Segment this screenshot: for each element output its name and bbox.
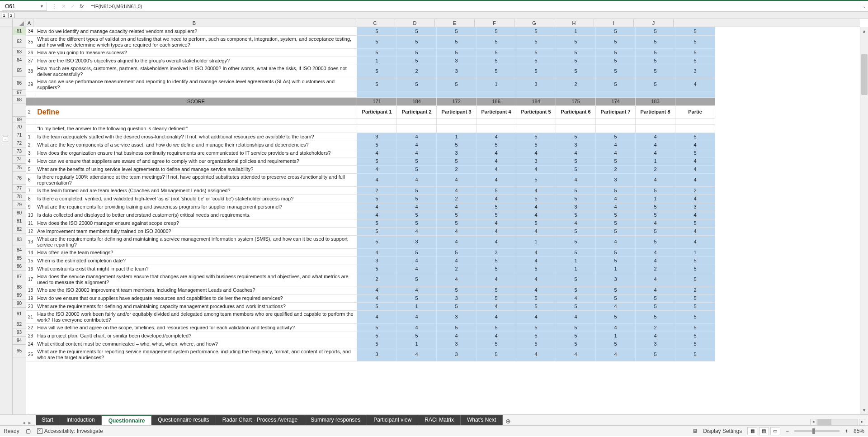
cell[interactable]: 20 [26,302,35,310]
cell[interactable]: 8 [26,195,35,203]
cell[interactable]: 5 [556,286,596,294]
cell[interactable]: 4 [675,141,715,149]
cell[interactable]: 3 [437,340,476,348]
cell[interactable]: 5 [556,133,596,141]
cell[interactable] [556,124,596,133]
hscroll-track[interactable] [817,419,858,425]
cell[interactable]: 4 [516,227,556,235]
cell[interactable]: What constraints exist that might impact… [35,265,357,273]
cell[interactable]: 3 [437,294,476,302]
cell[interactable]: 4 [397,227,437,235]
cell[interactable]: 4 [636,141,675,149]
sheet-tab[interactable]: Questionnaire results [151,415,216,425]
cell[interactable]: 2 [556,78,596,91]
cell[interactable]: 4 [675,78,715,91]
cell[interactable]: 4 [596,348,636,361]
cell[interactable]: Participant 6 [556,105,596,118]
cell[interactable]: Participant 2 [397,105,437,118]
cell[interactable]: 4 [636,219,675,227]
name-box[interactable]: O61 ▼ [2,2,47,11]
cell[interactable]: 4 [476,157,516,165]
cell[interactable]: 175 [556,97,596,105]
cell[interactable]: 5 [636,65,675,78]
hscroll-left-icon[interactable]: ◄ [810,419,816,425]
cell[interactable]: What are the benefits of using service l… [35,165,357,173]
cell[interactable]: 5 [397,211,437,219]
cell[interactable]: 4 [437,227,476,235]
cell[interactable]: 5 [516,35,556,48]
cell[interactable]: 2 [26,105,35,118]
cell[interactable]: 5 [516,302,556,310]
cell[interactable]: 5 [357,219,397,227]
cell[interactable]: 3 [397,235,437,248]
col-header-D[interactable]: D [395,19,435,27]
cell[interactable]: 4 [476,149,516,157]
cell[interactable]: 4 [596,203,636,211]
cell[interactable]: 5 [476,27,516,35]
row-header[interactable]: 71 [13,131,26,139]
cell[interactable]: What are the different types of validati… [35,35,357,48]
cell[interactable] [675,124,715,133]
cell[interactable]: 5 [596,57,636,65]
row-header[interactable]: 84 [13,246,26,254]
cell[interactable]: 17 [26,273,35,286]
row-header[interactable]: 63 [13,48,26,56]
cell[interactable]: 5 [556,211,596,219]
cell[interactable]: 5 [476,203,516,211]
scroll-up-icon[interactable]: ▲ [860,27,868,35]
cell[interactable]: 5 [476,348,516,361]
cell[interactable]: 5 [675,340,715,348]
cell[interactable]: 5 [596,133,636,141]
cell[interactable]: 5 [556,273,596,286]
cell[interactable]: 5 [596,157,636,165]
cell[interactable]: 5 [437,286,476,294]
zoom-in-button[interactable]: + [845,428,848,434]
cell[interactable]: 5 [357,302,397,310]
zoom-level[interactable]: 85% [854,428,864,434]
cell[interactable]: "In my belief, the answer to the followi… [35,124,357,133]
cell[interactable]: 4 [437,273,476,286]
sheet-tab[interactable]: What's Next [461,415,503,425]
cell[interactable]: What are the requirements for reporting … [35,348,357,361]
dropdown-icon[interactable]: ▼ [40,4,44,9]
cell[interactable]: 4 [476,165,516,173]
cell[interactable]: 13 [26,235,35,248]
cell[interactable]: 5 [516,323,556,332]
cell[interactable]: Is the team adequately staffed with the … [35,133,357,141]
cell[interactable]: 5 [556,248,596,256]
cell[interactable]: 4 [556,219,596,227]
row-header[interactable]: 87 [13,271,26,283]
cell[interactable]: 5 [476,57,516,65]
cell[interactable]: 5 [675,310,715,323]
cell[interactable]: 4 [397,141,437,149]
cell[interactable]: 1 [357,57,397,65]
cell[interactable]: 5 [675,133,715,141]
row-header[interactable]: 61 [13,27,26,35]
row-header[interactable]: 93 [13,328,26,337]
cell[interactable]: 4 [476,332,516,340]
cell[interactable]: 1 [556,256,596,265]
cell[interactable]: What are the key components of a service… [35,141,357,149]
cell[interactable]: 5 [437,78,476,91]
cell[interactable] [516,124,556,133]
cell[interactable]: 4 [556,149,596,157]
cell[interactable]: 25 [26,348,35,361]
cell[interactable]: 2 [357,273,397,286]
cell[interactable]: 11 [26,219,35,227]
cell[interactable]: 2 [675,186,715,195]
cell[interactable]: 1 [516,235,556,248]
cell[interactable]: 2 [437,165,476,173]
cell[interactable]: 4 [596,195,636,203]
cell[interactable]: 5 [636,310,675,323]
cell[interactable]: 5 [437,248,476,256]
cell[interactable]: 1 [675,248,715,256]
cell[interactable]: 12 [26,227,35,235]
cell[interactable]: Participant 4 [476,105,516,118]
row-header[interactable]: 62 [13,35,26,48]
cell[interactable]: 5 [636,48,675,57]
cell[interactable]: 3 [596,173,636,186]
cell[interactable]: 174 [596,97,636,105]
cell[interactable]: Partic [675,105,715,118]
col-header-I[interactable]: I [594,19,634,27]
scroll-down-icon[interactable]: ▼ [860,406,868,414]
